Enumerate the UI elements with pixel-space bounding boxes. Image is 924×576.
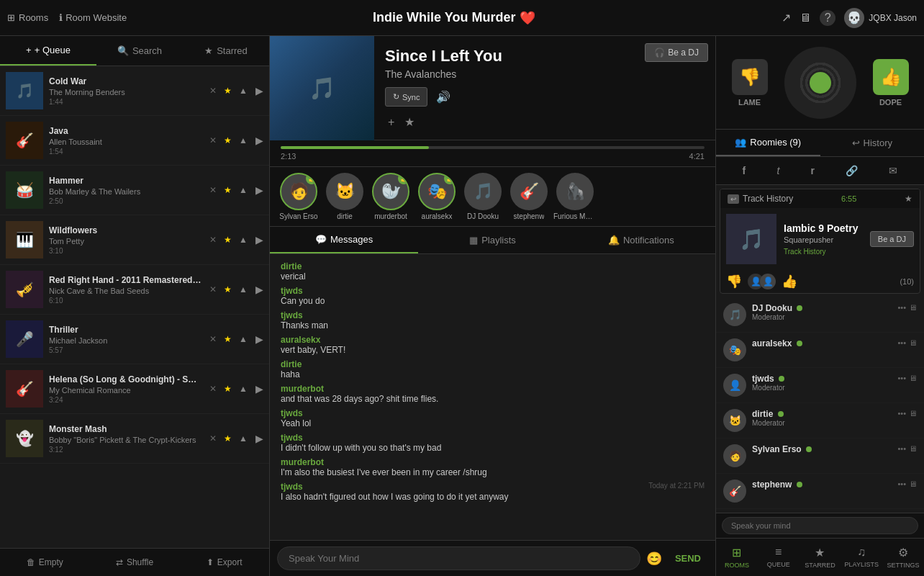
- queue-item[interactable]: 🎸 Java Allen Toussaint 1:54 ✕ ★ ▲ ▶: [0, 116, 269, 166]
- remove-button[interactable]: ✕: [207, 333, 219, 345]
- user-profile[interactable]: 💀 JQBX Jason: [844, 8, 917, 28]
- room-website-button[interactable]: ℹ Room Website: [59, 12, 127, 23]
- star-button[interactable]: ★: [222, 383, 234, 395]
- user-avatar-item[interactable]: 🎵 DJ Dooku: [461, 173, 504, 220]
- roomie-item[interactable]: 👤 tjwds Moderator ••• 🖥: [716, 368, 924, 403]
- notifications-tab[interactable]: 🔔 Notifications: [567, 227, 715, 253]
- twitter-button[interactable]: t: [772, 163, 784, 179]
- roomie-more-button[interactable]: •••: [897, 409, 906, 418]
- messages-tab[interactable]: 💬 Messages: [270, 227, 418, 253]
- star-button[interactable]: ★: [222, 184, 234, 196]
- starred-tab[interactable]: ★ Starred: [183, 36, 269, 66]
- roomie-more-button[interactable]: •••: [897, 444, 906, 453]
- emoji-button[interactable]: 😊: [646, 551, 662, 567]
- right-nav-rooms[interactable]: ⊞ ROOMS: [716, 539, 758, 576]
- play-button[interactable]: ▶: [255, 284, 263, 295]
- roomie-item[interactable]: 🎵 DJ Dooku Moderator ••• 🖥: [716, 297, 924, 333]
- be-dj-button[interactable]: 🎧 Be a DJ: [645, 43, 708, 62]
- right-chat-input[interactable]: [722, 517, 918, 534]
- email-button[interactable]: ✉: [884, 163, 902, 179]
- history-tab[interactable]: ↩ History: [820, 130, 925, 156]
- playlists-tab[interactable]: ▦ Playlists: [418, 227, 566, 253]
- be-dj-history-button[interactable]: Be a DJ: [870, 231, 914, 247]
- user-avatar-item[interactable]: 🎭 👍 auralsekx: [415, 173, 458, 220]
- play-button[interactable]: ▶: [255, 135, 263, 146]
- roomie-screen-button[interactable]: 🖥: [909, 444, 917, 453]
- vote-down-history[interactable]: 👎: [726, 274, 742, 289]
- play-button[interactable]: ▶: [255, 433, 263, 444]
- shuffle-button[interactable]: ⇄ Shuffle: [90, 549, 180, 576]
- play-button[interactable]: ▶: [255, 85, 263, 96]
- star-button[interactable]: ★: [222, 234, 234, 246]
- remove-button[interactable]: ✕: [207, 284, 219, 295]
- user-avatar-item[interactable]: 🦍 Furious Maxi...: [553, 173, 597, 220]
- user-avatar-item[interactable]: 🦭 👍 murderbot: [369, 173, 412, 220]
- reddit-button[interactable]: r: [807, 163, 819, 179]
- roomie-item[interactable]: 🧑 Sylvan Erso ••• 🖥: [716, 438, 924, 474]
- roomie-more-button[interactable]: •••: [897, 374, 906, 382]
- move-up-button[interactable]: ▲: [237, 184, 250, 196]
- roomie-screen-button[interactable]: 🖥: [909, 374, 917, 382]
- roomie-more-button[interactable]: •••: [897, 480, 906, 488]
- right-nav-playlists[interactable]: ♫ PLAYLISTS: [841, 539, 882, 576]
- right-nav-starred[interactable]: ★ STARRED: [800, 539, 841, 576]
- export-button[interactable]: ⬆ Export: [179, 549, 269, 576]
- roomie-screen-button[interactable]: 🖥: [909, 409, 917, 418]
- move-up-button[interactable]: ▲: [237, 284, 250, 295]
- roomie-item[interactable]: 🐱 dirtie Moderator ••• 🖥: [716, 403, 924, 438]
- move-up-button[interactable]: ▲: [237, 85, 250, 96]
- monitor-icon[interactable]: 🖥: [800, 12, 811, 24]
- share-icon[interactable]: ↗: [782, 11, 791, 24]
- sync-button[interactable]: ↻ Sync: [385, 87, 427, 107]
- roomies-tab[interactable]: 👥 Roomies (9): [716, 130, 820, 156]
- star-button[interactable]: ★: [222, 85, 234, 96]
- right-nav-settings[interactable]: ⚙ SETTINGS: [882, 539, 924, 576]
- move-up-button[interactable]: ▲: [237, 433, 250, 444]
- facebook-button[interactable]: f: [738, 163, 751, 179]
- star-track-button[interactable]: ★: [402, 112, 417, 132]
- play-button[interactable]: ▶: [255, 333, 263, 345]
- star-button[interactable]: ★: [222, 333, 234, 345]
- star-button[interactable]: ★: [222, 433, 234, 444]
- volume-icon[interactable]: 🔊: [433, 87, 453, 107]
- dope-button[interactable]: 👍 DOPE: [873, 59, 909, 107]
- move-up-button[interactable]: ▲: [237, 135, 250, 146]
- progress-bar[interactable]: [281, 146, 705, 149]
- user-avatar-item[interactable]: 🐱 dirtie: [323, 173, 366, 220]
- roomie-more-button[interactable]: •••: [897, 338, 906, 347]
- remove-button[interactable]: ✕: [207, 234, 219, 246]
- move-up-button[interactable]: ▲: [237, 234, 250, 246]
- rooms-button[interactable]: ⊞ Rooms: [7, 12, 48, 23]
- star-button[interactable]: ★: [222, 135, 234, 146]
- help-icon[interactable]: ?: [820, 10, 835, 26]
- lame-button[interactable]: 👎 LAME: [732, 59, 768, 107]
- star-history-button[interactable]: ★: [905, 194, 912, 204]
- play-button[interactable]: ▶: [255, 184, 263, 196]
- vote-up-history[interactable]: 👍: [782, 274, 797, 289]
- link-button[interactable]: 🔗: [841, 163, 862, 179]
- remove-button[interactable]: ✕: [207, 433, 219, 444]
- remove-button[interactable]: ✕: [207, 85, 219, 96]
- add-to-queue-button[interactable]: +: [385, 112, 397, 132]
- roomie-screen-button[interactable]: 🖥: [909, 303, 917, 312]
- queue-item[interactable]: 🎺 Red Right Hand - 2011 Remastered Versi…: [0, 265, 269, 315]
- roomie-item[interactable]: 🎸 stephenw ••• 🖥: [716, 474, 924, 509]
- play-button[interactable]: ▶: [255, 234, 263, 246]
- play-button[interactable]: ▶: [255, 383, 263, 395]
- queue-item[interactable]: 🎵 Cold War The Morning Benders 1:44 ✕ ★ …: [0, 66, 269, 116]
- queue-item[interactable]: 🎸 Helena (So Long & Goodnight) - So Long…: [0, 364, 269, 414]
- star-button[interactable]: ★: [222, 284, 234, 295]
- remove-button[interactable]: ✕: [207, 184, 219, 196]
- remove-button[interactable]: ✕: [207, 135, 219, 146]
- user-avatar-item[interactable]: 🧑 👍 Sylvan Erso: [277, 173, 320, 220]
- queue-item[interactable]: 👻 Monster Mash Bobby "Boris" Pickett & T…: [0, 414, 269, 464]
- roomie-more-button[interactable]: •••: [897, 303, 906, 312]
- queue-item[interactable]: 🎹 Wildflowers Tom Petty 3:10 ✕ ★ ▲ ▶: [0, 215, 269, 265]
- search-tab[interactable]: 🔍 Search: [96, 36, 183, 66]
- queue-item[interactable]: 🥁 Hammer Bob Marley & The Wailers 2:50 ✕…: [0, 166, 269, 215]
- move-up-button[interactable]: ▲: [237, 383, 250, 395]
- user-avatar-item[interactable]: 🎸 stephenw: [507, 173, 551, 220]
- roomie-screen-button[interactable]: 🖥: [909, 480, 917, 488]
- queue-add-tab[interactable]: + + Queue: [0, 36, 96, 66]
- roomie-screen-button[interactable]: 🖥: [909, 338, 917, 347]
